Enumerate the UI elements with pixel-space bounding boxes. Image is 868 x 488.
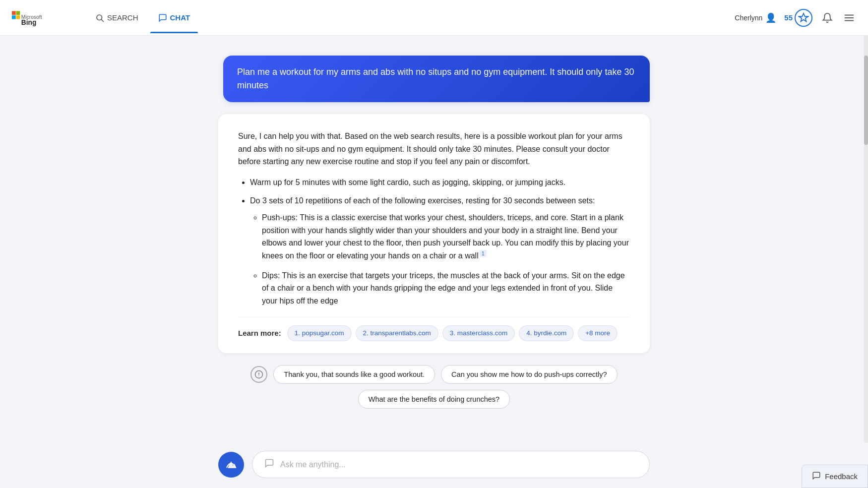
hamburger-menu[interactable] bbox=[842, 11, 856, 25]
list-item: Do 3 sets of 10 repetitions of each of t… bbox=[250, 194, 630, 307]
message-icon bbox=[264, 458, 274, 471]
suggestion-btn-2[interactable]: Can you show me how to do push-ups corre… bbox=[441, 365, 618, 384]
scroll-thumb[interactable] bbox=[864, 56, 868, 145]
input-bar: Ask me anything... bbox=[218, 451, 650, 478]
score-value: 55 bbox=[784, 13, 793, 22]
svg-rect-2 bbox=[12, 15, 16, 19]
svg-rect-0 bbox=[12, 11, 16, 15]
source-link-4[interactable]: 4. byrdie.com bbox=[519, 325, 574, 341]
ai-response-card: Sure, I can help you with that. Based on… bbox=[218, 114, 650, 353]
feedback-label: Feedback bbox=[825, 472, 858, 481]
copilot-icon bbox=[224, 458, 238, 472]
main-bullet-list: Warm up for 5 minutes with some light ca… bbox=[238, 176, 630, 307]
suggestions-icon bbox=[250, 366, 267, 383]
username: Cherlynn bbox=[735, 14, 762, 22]
scrollbar[interactable] bbox=[864, 36, 868, 488]
bullet-1-text: Warm up for 5 minutes with some light ca… bbox=[250, 178, 565, 186]
input-bar-wrapper: Ask me anything... bbox=[0, 443, 868, 488]
user-bubble: Plan me a workout for my arms and abs wi… bbox=[223, 56, 650, 102]
ask-input[interactable]: Ask me anything... bbox=[252, 451, 650, 478]
search-icon bbox=[95, 13, 104, 22]
list-item: Warm up for 5 minutes with some light ca… bbox=[250, 176, 630, 189]
list-item: Dips: This is an exercise that targets y… bbox=[262, 269, 630, 307]
svg-point-6 bbox=[97, 15, 102, 20]
chat-icon bbox=[158, 13, 167, 22]
copilot-button[interactable] bbox=[218, 452, 244, 478]
person-icon: 👤 bbox=[765, 12, 776, 23]
nav-search[interactable]: SEARCH bbox=[87, 9, 146, 26]
superscript-1: 1 bbox=[480, 250, 487, 257]
score-circle bbox=[795, 9, 812, 27]
nav-chat[interactable]: CHAT bbox=[150, 9, 198, 26]
suggestion-btn-3[interactable]: What are the benefits of doing crunches? bbox=[358, 390, 510, 409]
svg-rect-1 bbox=[16, 11, 20, 15]
input-placeholder: Ask me anything... bbox=[280, 460, 346, 469]
header-right: Cherlynn 👤 55 bbox=[735, 9, 856, 27]
bing-logo-svg: Microsoft Bing bbox=[12, 9, 71, 27]
dips-text: Dips: This is an exercise that targets y… bbox=[262, 271, 625, 305]
chat-label: CHAT bbox=[170, 13, 190, 22]
suggestion-btn-1[interactable]: Thank you, that sounds like a good worko… bbox=[273, 365, 435, 384]
source-link-2[interactable]: 2. transparentlabs.com bbox=[356, 325, 438, 341]
search-label: SEARCH bbox=[107, 13, 138, 22]
more-sources-badge[interactable]: +8 more bbox=[578, 325, 618, 341]
pushups-text: Push-ups: This is a classic exercise tha… bbox=[262, 213, 629, 260]
source-link-3[interactable]: 3. masterclass.com bbox=[442, 325, 515, 341]
header: Microsoft Bing SEARCH CHAT Cherlynn 👤 55 bbox=[0, 0, 868, 36]
header-nav: SEARCH CHAT bbox=[87, 9, 198, 26]
suggestions-row: Thank you, that sounds like a good worko… bbox=[218, 365, 650, 409]
svg-rect-3 bbox=[16, 15, 20, 19]
user-info[interactable]: Cherlynn 👤 bbox=[735, 12, 776, 23]
sub-bullet-list: Push-ups: This is a classic exercise tha… bbox=[250, 211, 630, 307]
svg-text:Bing: Bing bbox=[21, 18, 36, 26]
svg-line-7 bbox=[102, 19, 104, 21]
ai-intro-text: Sure, I can help you with that. Based on… bbox=[238, 130, 630, 168]
notification-bell[interactable] bbox=[820, 11, 834, 25]
score-badge[interactable]: 55 bbox=[784, 9, 812, 27]
learn-more-section: Learn more: 1. popsugar.com 2. transpare… bbox=[238, 317, 630, 341]
list-item: Push-ups: This is a classic exercise tha… bbox=[262, 211, 630, 262]
user-message-container: Plan me a workout for my arms and abs wi… bbox=[218, 56, 650, 102]
feedback-button[interactable]: Feedback bbox=[802, 465, 868, 488]
source-link-1[interactable]: 1. popsugar.com bbox=[287, 325, 352, 341]
feedback-icon bbox=[812, 471, 821, 482]
bullet-2-text: Do 3 sets of 10 repetitions of each of t… bbox=[250, 196, 595, 205]
learn-more-label: Learn more: bbox=[238, 327, 281, 339]
main-content: Plan me a workout for my arms and abs wi… bbox=[0, 36, 868, 488]
logo[interactable]: Microsoft Bing bbox=[12, 9, 71, 27]
